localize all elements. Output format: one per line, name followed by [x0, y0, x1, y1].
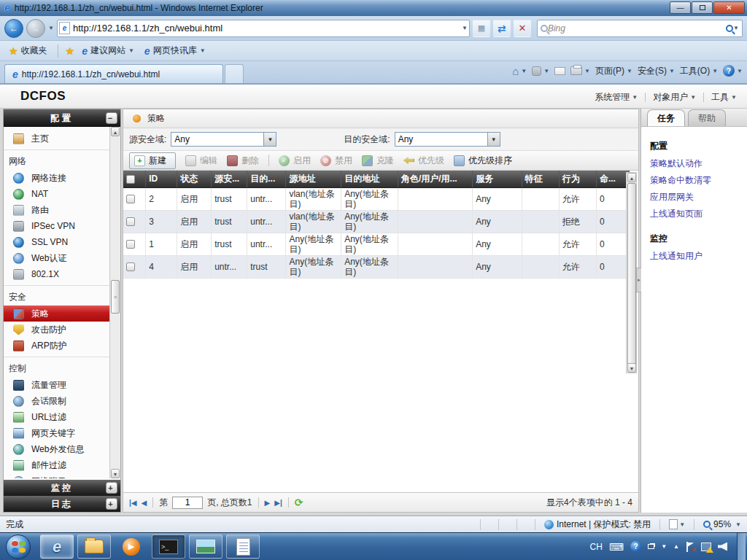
taskbar-console-button[interactable]: >_	[152, 534, 185, 559]
sidebar-item-arp-protection[interactable]: ARP防护	[4, 338, 109, 354]
favorites-button[interactable]: ★ 收藏夹	[6, 43, 50, 58]
column-header[interactable]: 服务	[473, 171, 522, 187]
back-button[interactable]: ←	[4, 19, 23, 38]
show-desktop-button[interactable]	[737, 533, 746, 560]
scroll-down-icon[interactable]: ▼	[627, 363, 636, 373]
sidebar-scrollbar[interactable]: ▲ ≡ ▼	[109, 127, 120, 478]
sidebar-item-network-connection[interactable]: 网络连接	[4, 170, 109, 186]
tray-chevron-icon[interactable]: ▼	[661, 543, 667, 550]
address-dropdown[interactable]: ▼	[462, 25, 468, 31]
refresh-list-icon[interactable]: ⟳	[295, 497, 303, 508]
sidebar-item-network-chat[interactable]: 网络聊天	[4, 473, 109, 478]
sidebar-item-web-outgoing-info[interactable]: Web外发信息	[4, 441, 109, 457]
stop-button[interactable]: ✕	[514, 20, 531, 37]
panel-collapse-handle[interactable]: ►	[636, 268, 641, 292]
scroll-up-icon[interactable]: ▲	[627, 173, 636, 182]
minimize-button[interactable]: —	[670, 1, 691, 14]
page-number-input[interactable]	[172, 497, 203, 509]
select-all-header[interactable]	[123, 171, 146, 187]
menu-system-management[interactable]: 系统管理▼	[595, 91, 638, 104]
link-alg[interactable]: 应用层网关	[650, 189, 738, 206]
forward-button[interactable]: →	[26, 19, 45, 38]
language-indicator[interactable]: CH	[590, 542, 603, 552]
column-header[interactable]: 角色/用户/用...	[398, 171, 472, 187]
sidebar-item-route[interactable]: 路由	[4, 202, 109, 218]
menu-object-user[interactable]: 对象用户▼	[653, 91, 696, 104]
safety-menu[interactable]: 安全(S)▼	[638, 65, 675, 77]
row-select-cell[interactable]	[123, 233, 146, 255]
sidebar-bar-monitor[interactable]: 监控 +	[4, 480, 120, 496]
column-header[interactable]: 特征	[522, 171, 559, 187]
search-dropdown[interactable]: ▼	[733, 25, 739, 31]
sidebar-item-policy[interactable]: 策略	[4, 306, 109, 322]
recent-pages-dropdown[interactable]: ▼	[48, 25, 54, 31]
checkbox-icon[interactable]	[126, 175, 135, 184]
column-header[interactable]: 源安...	[212, 171, 247, 187]
read-mail-button[interactable]	[554, 67, 565, 75]
tab-help[interactable]: 帮助	[688, 109, 726, 126]
feeds-button[interactable]: ▼	[532, 66, 549, 76]
show-hidden-icons[interactable]: ▲	[673, 543, 679, 550]
sidebar-item-802-1x[interactable]: 802.1X	[4, 266, 109, 282]
row-select-cell[interactable]	[123, 187, 146, 210]
start-button[interactable]	[6, 534, 31, 559]
table-scrollbar[interactable]: ▲ ▼	[626, 172, 637, 373]
table-row[interactable]: 2启用trustuntr...vlan(地址条目)Any(地址条目)Any允许0	[123, 187, 630, 210]
expand-icon[interactable]: +	[106, 498, 117, 510]
sidebar-item-nat[interactable]: NAT	[4, 186, 109, 202]
sidebar-item-home[interactable]: 主页	[4, 131, 109, 147]
tray-help-icon[interactable]: ?	[630, 541, 641, 552]
column-header[interactable]: 目的地址	[341, 171, 398, 187]
table-row[interactable]: 4启用untr...trustAny(地址条目)Any(地址条目)Any允许0	[123, 255, 630, 278]
sidebar-item-mail-filter[interactable]: 邮件过滤	[4, 457, 109, 473]
prev-page-icon[interactable]: ◀	[142, 499, 147, 507]
taskbar-photo-viewer-button[interactable]	[189, 534, 222, 559]
scroll-up-icon[interactable]: ▲	[111, 127, 120, 136]
suggested-sites-button[interactable]: e 建议网站 ▼	[79, 43, 137, 58]
toolbar-new-button[interactable]: + 新建	[129, 152, 176, 169]
keyboard-icon[interactable]: ⌨	[609, 541, 624, 553]
checkbox-icon[interactable]	[126, 195, 135, 203]
checkbox-icon[interactable]	[126, 262, 135, 271]
link-online-notify-page[interactable]: 上线通知页面	[650, 206, 738, 222]
column-header[interactable]: 目的...	[247, 171, 286, 187]
taskbar-notepad-button[interactable]	[226, 534, 260, 559]
zoom-dropdown[interactable]: ▼	[735, 521, 741, 528]
dst-zone-select[interactable]: Any ▼	[395, 132, 500, 147]
taskbar-media-player-button[interactable]: ▶	[115, 534, 148, 559]
print-button[interactable]: ▼	[570, 66, 590, 75]
volume-icon[interactable]	[718, 542, 727, 551]
web-slices-button[interactable]: e 网页快讯库 ▼	[142, 43, 209, 58]
sidebar-item-url-filter[interactable]: URL过滤	[4, 409, 109, 425]
first-page-icon[interactable]: |◀	[129, 499, 137, 507]
sidebar-item-web-keyword[interactable]: 网页关键字	[4, 425, 109, 441]
toolbar-priority-sort-button[interactable]: 优先级排序	[454, 155, 512, 167]
taskbar-ie-button[interactable]: e	[40, 534, 74, 559]
scrollbar-thumb[interactable]: ≡	[111, 280, 120, 314]
zoom-icon[interactable]	[703, 521, 711, 528]
new-tab-button[interactable]	[225, 64, 244, 83]
network-status-icon[interactable]	[701, 542, 711, 551]
scroll-down-icon[interactable]: ▼	[111, 469, 120, 478]
link-policy-default-action[interactable]: 策略默认动作	[650, 155, 738, 172]
help-button[interactable]: ?▼	[723, 65, 743, 77]
row-select-cell[interactable]	[123, 255, 146, 278]
scrollbar-thumb[interactable]	[627, 183, 636, 365]
tab-tasks[interactable]: 任务	[647, 109, 685, 126]
column-header[interactable]: 状态	[177, 171, 212, 187]
compatibility-view-button[interactable]: ▦	[473, 20, 490, 37]
expand-icon[interactable]: +	[106, 482, 117, 494]
menu-tools[interactable]: 工具▼	[711, 91, 737, 104]
tools-menu[interactable]: 工具(O)▼	[680, 65, 718, 77]
link-online-notify-users[interactable]: 上线通知用户	[650, 248, 738, 265]
taskbar-explorer-button[interactable]	[77, 534, 111, 559]
sidebar-item-session-limit[interactable]: 会话限制	[4, 393, 109, 409]
address-input[interactable]	[73, 23, 462, 34]
sidebar-item-traffic-management[interactable]: 流量管理	[4, 377, 109, 393]
column-header[interactable]: 行为	[559, 171, 596, 187]
home-button[interactable]: ⌂▼	[512, 65, 527, 77]
table-row[interactable]: 3启用trustuntr...vlan(地址条目)Any(地址条目)Any拒绝0	[123, 210, 630, 233]
compatibility-page-icon[interactable]	[669, 519, 678, 529]
action-center-flag-icon[interactable]: ✕	[686, 542, 694, 552]
column-header[interactable]: 源地址	[286, 171, 341, 187]
